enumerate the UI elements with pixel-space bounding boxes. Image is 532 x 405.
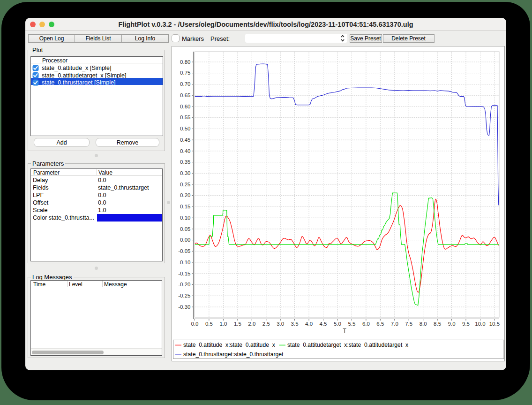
svg-text:-0.15: -0.15	[178, 271, 190, 276]
svg-text:-0.05: -0.05	[178, 248, 190, 254]
svg-text:0.35: 0.35	[180, 159, 190, 165]
svg-text:2.5: 2.5	[262, 321, 270, 327]
svg-text:0.75: 0.75	[180, 70, 190, 76]
svg-text:2.0: 2.0	[248, 321, 255, 327]
svg-text:state_0.thrusttarget:state_0.t: state_0.thrusttarget:state_0.thrusttarge…	[183, 351, 284, 358]
svg-text:0.10: 0.10	[180, 215, 190, 221]
svg-text:6.0: 6.0	[362, 321, 370, 327]
svg-text:0.30: 0.30	[180, 170, 190, 176]
svg-text:0.0: 0.0	[191, 321, 199, 327]
svg-text:T: T	[343, 328, 347, 334]
svg-text:0.50: 0.50	[180, 126, 190, 131]
svg-text:0.5: 0.5	[205, 321, 213, 327]
svg-text:7.5: 7.5	[405, 321, 412, 327]
svg-text:8.0: 8.0	[420, 321, 427, 327]
svg-text:state_0.attitude_x:state_0.att: state_0.attitude_x:state_0.attitude_x	[183, 342, 275, 348]
svg-text:10.5: 10.5	[489, 321, 500, 327]
svg-text:-0.10: -0.10	[178, 260, 190, 265]
svg-text:-0.30: -0.30	[178, 304, 190, 310]
svg-text:4.5: 4.5	[320, 321, 327, 327]
svg-text:0.65: 0.65	[180, 92, 190, 98]
svg-text:9.0: 9.0	[448, 321, 456, 327]
svg-text:7.0: 7.0	[391, 321, 398, 327]
svg-text:-0.20: -0.20	[178, 282, 190, 287]
svg-text:0.05: 0.05	[180, 226, 190, 232]
svg-text:0.70: 0.70	[180, 81, 190, 87]
svg-text:state_0.attitudetarget_x:state: state_0.attitudetarget_x:state_0.attitud…	[287, 342, 408, 348]
svg-text:9.5: 9.5	[462, 321, 470, 327]
svg-text:-0.25: -0.25	[178, 293, 190, 298]
svg-text:0.80: 0.80	[180, 59, 190, 65]
svg-text:0.00: 0.00	[180, 237, 190, 243]
svg-text:0.25: 0.25	[180, 182, 190, 187]
svg-text:0.40: 0.40	[180, 148, 190, 154]
svg-text:0.15: 0.15	[180, 204, 190, 209]
svg-text:0.45: 0.45	[180, 137, 190, 143]
svg-text:1.0: 1.0	[219, 321, 227, 327]
svg-text:6.5: 6.5	[376, 321, 384, 327]
svg-text:5.5: 5.5	[348, 321, 356, 327]
svg-text:0.55: 0.55	[180, 115, 190, 120]
svg-text:4.0: 4.0	[305, 321, 313, 327]
svg-text:5.0: 5.0	[334, 321, 341, 327]
svg-text:0.20: 0.20	[180, 192, 190, 198]
svg-text:3.5: 3.5	[291, 321, 299, 327]
svg-text:3.0: 3.0	[277, 321, 284, 327]
svg-text:0.60: 0.60	[180, 104, 190, 109]
svg-text:1.5: 1.5	[234, 321, 241, 327]
svg-text:8.5: 8.5	[434, 321, 441, 327]
svg-text:10.0: 10.0	[475, 321, 485, 327]
